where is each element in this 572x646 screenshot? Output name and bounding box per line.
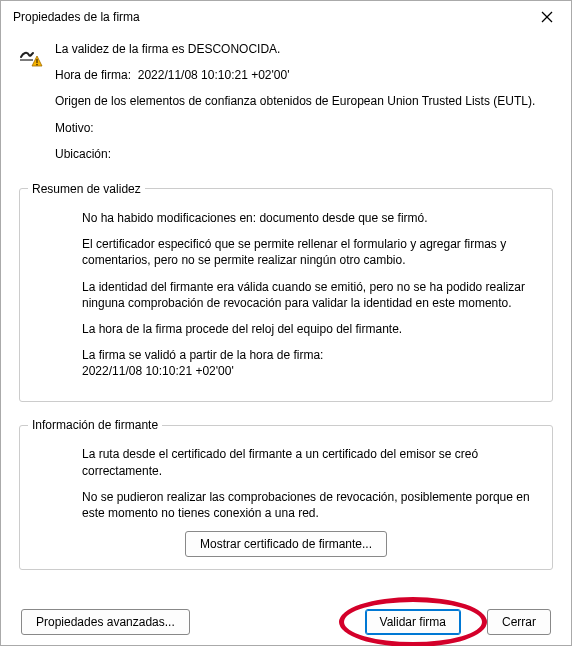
cert-path-line: La ruta desde el certificado del firmant… [82,446,538,478]
signing-time-label: Hora de firma: [55,68,131,82]
top-section: La validez de la firma es DESCONOCIDA. H… [19,37,553,176]
close-icon [541,11,553,23]
show-cert-row: Mostrar certificado de firmante... [28,531,544,557]
window-title: Propiedades de la firma [13,10,140,24]
dialog-content: La validez de la firma es DESCONOCIDA. H… [1,33,571,645]
signature-warning-icon [19,43,45,67]
titlebar: Propiedades de la firma [1,1,571,33]
no-modifications-line: No ha habido modificaciones en: document… [82,210,538,226]
signature-properties-dialog: Propiedades de la firma [0,0,572,646]
show-signer-certificate-button[interactable]: Mostrar certificado de firmante... [185,531,387,557]
reason-line: Motivo: [55,120,553,136]
validated-from-block: La firma se validó a partir de la hora d… [82,347,538,379]
top-text: La validez de la firma es DESCONOCIDA. H… [55,37,553,172]
certifier-permissions-line: El certificador especificó que se permit… [82,236,538,268]
validity-status-line: La validez de la firma es DESCONOCIDA. [55,41,553,57]
clock-source-line: La hora de la firma procede del reloj de… [82,321,538,337]
validity-summary-group: Resumen de validez No ha habido modifica… [19,182,553,403]
icon-column [19,37,55,172]
signer-info-legend: Información de firmante [28,418,162,432]
svg-point-4 [36,64,38,66]
identity-status-line: La identidad del firmante era válida cua… [82,279,538,311]
close-button[interactable] [533,7,561,27]
signer-info-group: Información de firmante La ruta desde el… [19,418,553,570]
validity-summary-text: No ha habido modificaciones en: document… [28,210,544,380]
signing-time-value: 2022/11/08 10:10:21 +02'00' [138,68,290,82]
trust-source-line: Origen de los elementos de confianza obt… [55,93,553,109]
bottom-button-row: Propiedades avanzadas... Validar firma C… [19,603,553,637]
validated-from-label: La firma se validó a partir de la hora d… [82,348,323,362]
close-dialog-button[interactable]: Cerrar [487,609,551,635]
location-line: Ubicación: [55,146,553,162]
signing-time-line: Hora de firma: 2022/11/08 10:10:21 +02'0… [55,67,553,83]
validated-from-value: 2022/11/08 10:10:21 +02'00' [82,364,234,378]
validity-summary-legend: Resumen de validez [28,182,145,196]
advanced-properties-button[interactable]: Propiedades avanzadas... [21,609,190,635]
validate-signature-button[interactable]: Validar firma [365,609,461,635]
revocation-fail-line: No se pudieron realizar las comprobacion… [82,489,538,521]
bottom-right-group: Validar firma Cerrar [365,609,551,635]
signer-info-text: La ruta desde el certificado del firmant… [28,446,544,521]
